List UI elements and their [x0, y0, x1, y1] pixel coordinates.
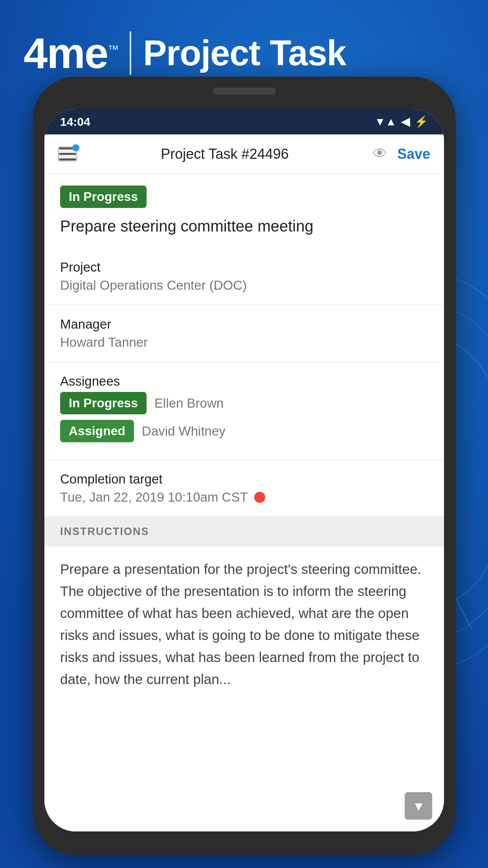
wifi-icon: ▼▲: [375, 116, 396, 128]
menu-line-3: [59, 158, 76, 160]
app-logo: 4me™ Project Task: [24, 31, 346, 75]
logo-tm: ™: [108, 43, 118, 55]
menu-line-2: [59, 153, 76, 155]
assignee-1-status: Assigned: [60, 420, 134, 442]
assignee-0-name: Ellen Brown: [154, 396, 224, 411]
task-status-badge: In Progress: [60, 186, 147, 208]
app-bar-title: Project Task #24496: [77, 146, 372, 162]
logo-text: 4me™: [24, 31, 118, 75]
assignee-row-0: In Progress Ellen Brown: [60, 392, 428, 414]
assignee-row-1: Assigned David Whitney: [60, 420, 428, 442]
notification-dot: [72, 144, 79, 151]
eye-icon[interactable]: 👁: [372, 145, 387, 162]
completion-value: Tue, Jan 22, 2019 10:10am CST: [60, 490, 248, 505]
completion-label: Completion target: [60, 472, 428, 487]
instructions-body: Prepare a presentation for the project's…: [44, 546, 444, 702]
logo-divider: [130, 31, 131, 75]
logo-subtitle: Project Task: [143, 33, 346, 74]
scroll-down-button[interactable]: ▾: [405, 792, 432, 820]
phone-shell: 14:04 ▼▲ ◀ ⚡ Project Task #24496 👁 Save: [33, 77, 456, 855]
app-bar-actions: 👁 Save: [372, 145, 430, 162]
status-bar: 14:04 ▼▲ ◀ ⚡: [44, 109, 444, 134]
assignee-1-name: David Whitney: [142, 424, 226, 439]
assignee-0-status: In Progress: [60, 392, 147, 414]
task-status-section: In Progress: [44, 174, 444, 212]
status-time: 14:04: [60, 115, 90, 129]
content-area[interactable]: In Progress Prepare steering committee m…: [44, 174, 444, 831]
chevron-down-icon: ▾: [415, 798, 422, 813]
signal-icon: ◀: [401, 115, 410, 128]
assignees-label: Assignees: [60, 374, 428, 389]
save-button[interactable]: Save: [397, 146, 430, 162]
project-value: Digital Operations Center (DOC): [60, 278, 428, 293]
phone-screen: 14:04 ▼▲ ◀ ⚡ Project Task #24496 👁 Save: [44, 109, 444, 831]
logo-name: 4me: [24, 29, 108, 77]
completion-date: Tue, Jan 22, 2019 10:10am CST: [60, 490, 428, 505]
manager-section: Manager Howard Tanner: [44, 305, 444, 362]
menu-button[interactable]: [58, 147, 77, 161]
manager-value: Howard Tanner: [60, 335, 428, 350]
battery-icon: ⚡: [415, 115, 428, 128]
app-bar: Project Task #24496 👁 Save: [44, 134, 444, 174]
instructions-header: INSTRUCTIONS: [44, 517, 444, 546]
status-icons: ▼▲ ◀ ⚡: [375, 115, 428, 128]
project-label: Project: [60, 260, 428, 275]
overdue-indicator: [254, 492, 265, 503]
completion-section: Completion target Tue, Jan 22, 2019 10:1…: [44, 460, 444, 517]
assignees-section: Assignees In Progress Ellen Brown Assign…: [44, 362, 444, 460]
phone-speaker: [213, 88, 276, 95]
project-section: Project Digital Operations Center (DOC): [44, 248, 444, 305]
task-title: Prepare steering committee meeting: [44, 212, 444, 248]
manager-label: Manager: [60, 317, 428, 332]
